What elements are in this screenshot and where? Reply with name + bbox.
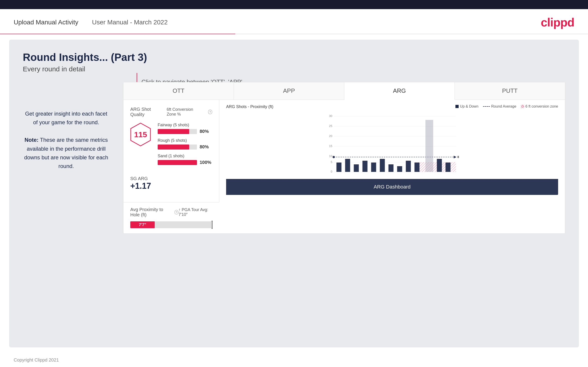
svg-text:8: 8 [458, 155, 459, 159]
svg-rect-26 [354, 164, 359, 172]
section-header: ARG Shot Quality 6ft Conversion Zone % ? [130, 107, 212, 117]
sg-value: +1.17 [130, 181, 212, 191]
svg-rect-27 [363, 161, 368, 172]
note-bold: Note: [24, 137, 38, 143]
svg-text:25: 25 [329, 124, 332, 128]
svg-rect-33 [415, 163, 420, 172]
svg-rect-28 [371, 163, 376, 172]
bar-label-fairway: Fairway (5 shots) [158, 123, 212, 127]
proximity-bar-wrap: 7'7" [130, 221, 212, 229]
header-divider [0, 34, 588, 34]
legend-updown: Up & Down [455, 104, 478, 108]
shot-bars: Fairway (5 shots) 80% Rou [158, 123, 212, 169]
hex-value: 115 [134, 130, 147, 139]
bar-pct-rough: 80% [200, 144, 212, 150]
legend-square-updown [455, 105, 459, 108]
chart-title: ARG Shots - Proximity (ft) [226, 104, 273, 109]
svg-text:0: 0 [331, 170, 332, 173]
page-title: Round Insights... (Part 3) [23, 51, 565, 63]
legend-dashed-line [483, 106, 490, 107]
proximity-section: Avg Proximity to Hole (ft) ? ↑ PGA Tour … [123, 202, 219, 234]
svg-text:20: 20 [329, 134, 332, 138]
header-left: Upload Manual Activity User Manual - Mar… [14, 19, 168, 26]
bar-track-fairway [158, 129, 197, 134]
chart-legend: Up & Down Round Average 6 ft conversion … [455, 104, 558, 108]
bar-row-sand: Sand (1 shots) 100% [158, 154, 212, 165]
copyright: Copyright Clippd 2021 [14, 358, 59, 362]
svg-rect-25 [345, 159, 350, 172]
footer: Copyright Clippd 2021 [0, 353, 588, 367]
svg-rect-36 [446, 163, 451, 172]
svg-rect-30 [389, 164, 394, 172]
svg-text:15: 15 [329, 144, 332, 148]
main-card: OTT APP ARG PUTT ARG Shot Quality 6ft Co… [123, 82, 565, 234]
svg-rect-31 [397, 166, 402, 172]
proximity-header: Avg Proximity to Hole (ft) ? ↑ PGA Tour … [130, 207, 212, 217]
main-content: Round Insights... (Part 3) Every round i… [9, 40, 579, 347]
bar-track-sand [158, 160, 197, 165]
chart-svg: 30 25 20 15 10 5 0 [226, 113, 558, 177]
conversion-zone-label: 6ft Conversion Zone % [167, 107, 204, 117]
proximity-info-icon[interactable]: ? [174, 210, 178, 215]
svg-text:10: 10 [329, 154, 332, 158]
arg-dashboard-button[interactable]: ARG Dashboard [226, 179, 558, 195]
bar-label-sand: Sand (1 shots) [158, 154, 212, 158]
bar-label-rough: Rough (5 shots) [158, 138, 212, 143]
bar-fill-fairway [158, 129, 189, 134]
left-panel: ARG Shot Quality 6ft Conversion Zone % ? [123, 100, 219, 202]
arg-shot-quality-label: ARG Shot Quality [130, 107, 162, 117]
legend-hatched-box [521, 105, 524, 108]
tab-ott[interactable]: OTT [123, 82, 234, 100]
header: Upload Manual Activity User Manual - Mar… [0, 9, 588, 34]
legend-round-avg: Round Average [483, 104, 516, 108]
svg-rect-29 [380, 159, 385, 172]
content-layout: Get greater insight into each facet of y… [23, 82, 565, 234]
bar-pct-fairway: 80% [200, 129, 212, 134]
tab-putt[interactable]: PUTT [455, 82, 565, 100]
user-manual-label: User Manual - March 2022 [92, 19, 167, 26]
svg-rect-35 [437, 159, 442, 172]
tabs-container: OTT APP ARG PUTT [123, 82, 565, 100]
svg-point-21 [333, 156, 335, 158]
left-description: Get greater insight into each facet of y… [23, 82, 110, 171]
proximity-value: 7'7" [139, 223, 146, 227]
upload-manual-label: Upload Manual Activity [14, 19, 78, 26]
bar-pct-sand: 100% [200, 160, 212, 165]
bar-wrap-fairway: 80% [158, 129, 212, 134]
proximity-label: Avg Proximity to Hole (ft) ? [130, 207, 178, 217]
hexagon-badge: 115 [130, 123, 151, 146]
clippd-logo: clippd [541, 16, 574, 29]
bar-fill-rough [158, 144, 189, 150]
proximity-bar-fill: 7'7" [130, 221, 155, 228]
svg-text:30: 30 [329, 114, 332, 118]
info-icon[interactable]: ? [208, 110, 212, 114]
svg-rect-24 [337, 163, 342, 172]
svg-marker-22 [454, 156, 457, 158]
bar-wrap-rough: 80% [158, 144, 212, 150]
legend-conversion-zone: 6 ft conversion zone [521, 104, 558, 108]
bar-fill-sand [158, 160, 197, 165]
sg-label: SG ARG [130, 176, 212, 181]
sg-section: SG ARG +1.17 [130, 176, 212, 191]
hex-bars-container: 115 Fairway (5 shots) [130, 123, 212, 169]
svg-rect-32 [406, 161, 411, 172]
bar-row-rough: Rough (5 shots) 80% [158, 138, 212, 150]
tab-arg[interactable]: ARG [344, 82, 455, 100]
chart-area: 30 25 20 15 10 5 0 [226, 113, 558, 177]
svg-rect-34 [425, 120, 433, 172]
description-text: Get greater insight into each facet of y… [23, 109, 110, 171]
bar-row-fairway: Fairway (5 shots) 80% [158, 123, 212, 134]
top-bar [0, 0, 588, 9]
proximity-bar-track: 7'7" [130, 221, 212, 228]
bar-track-rough [158, 144, 197, 150]
card-body: ARG Shot Quality 6ft Conversion Zone % ? [123, 100, 565, 202]
pga-tour-avg-label: ↑ PGA Tour Avg: 7'10" [178, 208, 212, 217]
bar-wrap-sand: 100% [158, 160, 212, 165]
svg-text:5: 5 [331, 160, 332, 164]
tab-app[interactable]: APP [234, 82, 344, 100]
page-subtitle: Every round in detail [23, 65, 565, 73]
right-panel: ARG Shots - Proximity (ft) Up & Down Rou… [219, 100, 565, 202]
chart-header: ARG Shots - Proximity (ft) Up & Down Rou… [226, 104, 558, 109]
